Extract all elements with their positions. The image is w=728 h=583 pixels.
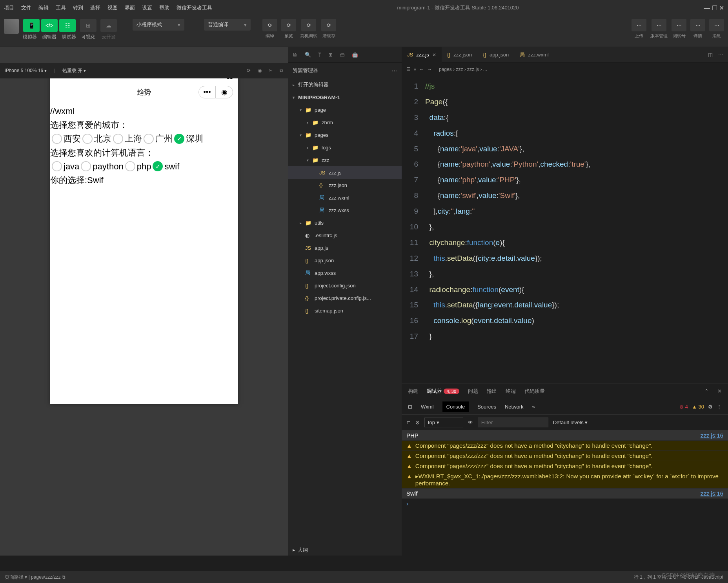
debugger-button[interactable]: ☷	[59, 19, 76, 32]
forward-icon[interactable]: →	[427, 67, 432, 72]
devtools-tab[interactable]: »	[532, 404, 535, 410]
gear-icon[interactable]: ⚙	[708, 404, 713, 410]
refresh-icon[interactable]: ⟳	[247, 68, 251, 73]
breadcrumb[interactable]: ☰ ▿ ← → pages › zzz › zzz.js › ...	[402, 63, 728, 76]
tree-item[interactable]: ▸📁zhrm	[288, 116, 402, 129]
editor-tab[interactable]: {}app.json	[477, 47, 514, 63]
capsule-close-icon[interactable]: ◉	[216, 86, 233, 98]
code-editor[interactable]: 1234567891011121314151617 //jsPage({ dat…	[402, 76, 728, 383]
editor-tab[interactable]: {}zzz.json	[442, 47, 478, 63]
plugin-icon[interactable]: ⊞	[328, 52, 333, 58]
sidebar-icon[interactable]: ⊏	[406, 420, 411, 425]
popout-icon[interactable]: ⧉	[280, 68, 283, 73]
inspect-icon[interactable]: ⊡	[408, 404, 412, 410]
tree-item[interactable]: ▾📁page	[288, 104, 402, 116]
visualize-button[interactable]: ⊞	[80, 19, 96, 32]
devtools-tab[interactable]: Network	[505, 404, 524, 410]
menu-item[interactable]: 项目	[4, 4, 14, 11]
collapse-icon[interactable]: ⌃	[704, 388, 709, 394]
outline-section[interactable]: ▸大纲	[288, 544, 402, 556]
menu-item[interactable]: 选择	[90, 4, 100, 11]
tree-item[interactable]: ▾📁pages	[288, 129, 402, 141]
bookmark-icon[interactable]: ▿	[414, 67, 416, 72]
mode-dropdown[interactable]: 小程序模式▾	[133, 19, 184, 31]
tool-button[interactable]: ⟳	[321, 19, 336, 31]
tree-item[interactable]: 局zzz.wxss	[288, 204, 402, 216]
tree-item[interactable]: {}sitemap.json	[288, 304, 402, 317]
log-group[interactable]: Swifzzz.js:16	[402, 489, 728, 499]
menu-item[interactable]: 视图	[107, 4, 118, 11]
filter-input[interactable]	[478, 418, 548, 427]
tool-button[interactable]: ⋯	[672, 19, 686, 31]
tool-button[interactable]: ⟳	[262, 19, 277, 31]
radio[interactable]	[81, 161, 91, 171]
radio[interactable]: ✓	[174, 134, 184, 144]
window-buttons[interactable]: — ☐ ✕	[704, 4, 724, 12]
radio[interactable]	[82, 134, 93, 144]
menu-item[interactable]: 界面	[125, 4, 135, 11]
menu-item[interactable]: 编辑	[38, 4, 49, 11]
tree-item[interactable]: ▸📁logs	[288, 141, 402, 154]
menu-item[interactable]: 工具	[56, 4, 66, 11]
tree-item[interactable]: ▸📁utils	[288, 216, 402, 229]
devtools-tab[interactable]: Console	[442, 401, 469, 412]
more-icon[interactable]: ⋯	[718, 52, 723, 58]
panel-tab[interactable]: 终端	[506, 388, 516, 395]
radio[interactable]	[144, 134, 154, 144]
list-icon[interactable]: ☰	[406, 67, 411, 72]
tree-item[interactable]: {}project.private.config.js...	[288, 292, 402, 304]
tool-button[interactable]: ⋯	[632, 19, 646, 31]
back-icon[interactable]: ←	[419, 67, 424, 72]
panel-tab[interactable]: 调试器 4, 30	[427, 388, 459, 395]
more-icon[interactable]: ⋯	[392, 68, 397, 74]
device-selector[interactable]: iPhone 5 100% 16 ▾	[5, 68, 47, 73]
editor-button[interactable]: </>	[41, 19, 58, 32]
devtools-tab[interactable]: Sources	[477, 404, 496, 410]
branch-icon[interactable]: ᛘ	[318, 52, 321, 58]
hotreload-toggle[interactable]: 热重载 开 ▾	[62, 67, 86, 74]
tree-item[interactable]: JSzzz.js	[288, 166, 402, 179]
search-icon[interactable]: 🔍	[305, 52, 311, 58]
panel-tab[interactable]: 构建	[408, 388, 418, 395]
menu-item[interactable]: 设置	[142, 4, 152, 11]
tree-item[interactable]: JSapp.js	[288, 242, 402, 254]
tree-item[interactable]: {}zzz.json	[288, 179, 402, 191]
tree-item[interactable]: 局zzz.wxml	[288, 191, 402, 204]
panel-tab[interactable]: 输出	[487, 388, 497, 395]
scope-dropdown[interactable]: top ▾	[424, 418, 463, 427]
console-prompt[interactable]: ›	[402, 499, 728, 509]
db-icon[interactable]: 🗃	[340, 52, 345, 58]
radio[interactable]	[113, 134, 123, 144]
menu-item[interactable]: 帮助	[159, 4, 169, 11]
editor-tab[interactable]: JSzzz.js✕	[402, 47, 442, 63]
tool-button[interactable]: ⟳	[301, 19, 316, 31]
tool-button[interactable]: ⋯	[709, 19, 724, 31]
tree-item[interactable]: {}project.config.json	[288, 279, 402, 292]
levels-dropdown[interactable]: Default levels ▾	[553, 420, 588, 425]
compile-dropdown[interactable]: 普通编译▾	[204, 19, 251, 31]
record-icon[interactable]: ◉	[258, 68, 262, 73]
radio[interactable]: ✓	[153, 161, 163, 171]
avatar[interactable]	[4, 19, 19, 34]
tree-item[interactable]: ▾📁zzz	[288, 154, 402, 166]
files-icon[interactable]: 🗎	[293, 52, 298, 58]
simulator-button[interactable]: 📱	[23, 19, 40, 32]
cut-icon[interactable]: ✂	[269, 68, 273, 73]
menu-item[interactable]: 微信开发者工具	[177, 4, 212, 11]
clear-icon[interactable]: ⊘	[415, 420, 420, 425]
tree-item[interactable]: {}app.json	[288, 254, 402, 267]
tree-item[interactable]: ◐.eslintrc.js	[288, 229, 402, 242]
more-icon[interactable]: ⋮	[717, 404, 722, 410]
tree-item[interactable]: 局app.wxss	[288, 267, 402, 279]
tool-button[interactable]: ⟳	[281, 19, 296, 31]
close-icon[interactable]: ✕	[717, 388, 722, 394]
editor-tab[interactable]: 局zzz.wxml	[514, 47, 554, 63]
tool-button[interactable]: ⋯	[690, 19, 705, 31]
tool-button[interactable]: ⋯	[652, 19, 666, 31]
panel-tab[interactable]: 问题	[468, 388, 478, 395]
radio[interactable]	[125, 161, 135, 171]
menu-item[interactable]: 转到	[73, 4, 83, 11]
split-icon[interactable]: ◫	[708, 52, 713, 58]
panel-tab[interactable]: 代码质量	[524, 388, 545, 395]
cloud-button[interactable]: ☁	[100, 19, 117, 32]
